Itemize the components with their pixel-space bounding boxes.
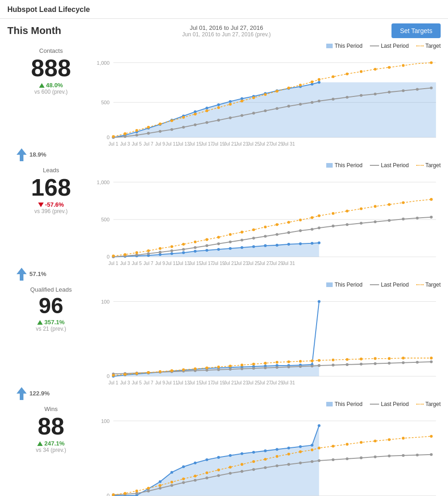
wins-value: 88 bbox=[7, 414, 95, 438]
svg-point-33 bbox=[194, 124, 197, 126]
svg-point-66 bbox=[264, 93, 267, 96]
svg-point-338 bbox=[124, 492, 126, 495]
svg-point-308 bbox=[311, 444, 313, 446]
svg-point-137 bbox=[182, 248, 185, 251]
contacts-up-icon bbox=[39, 83, 45, 88]
svg-point-267 bbox=[402, 357, 405, 360]
svg-point-316 bbox=[182, 481, 185, 484]
svg-point-335 bbox=[416, 454, 419, 457]
svg-point-238 bbox=[374, 362, 376, 365]
svg-point-70 bbox=[311, 80, 313, 83]
svg-point-38 bbox=[252, 112, 255, 114]
svg-text:0: 0 bbox=[107, 135, 109, 140]
svg-point-350 bbox=[264, 458, 267, 461]
svg-point-319 bbox=[217, 474, 220, 477]
svg-point-169 bbox=[346, 210, 348, 213]
svg-point-232 bbox=[299, 365, 302, 368]
svg-point-258 bbox=[287, 361, 290, 363]
svg-text:Jul 1: Jul 1 bbox=[108, 261, 119, 266]
contacts-label: Contacts bbox=[7, 47, 95, 54]
svg-point-150 bbox=[124, 253, 126, 256]
svg-point-225 bbox=[217, 368, 220, 371]
svg-point-34 bbox=[205, 121, 208, 124]
svg-text:0: 0 bbox=[107, 493, 109, 496]
svg-point-76 bbox=[388, 66, 391, 69]
svg-point-108 bbox=[170, 252, 173, 255]
svg-point-357 bbox=[346, 443, 348, 445]
svg-point-265 bbox=[374, 357, 376, 360]
svg-point-250 bbox=[194, 367, 197, 370]
legend-last-period-4: Last Period bbox=[370, 401, 409, 407]
qualified-leads-change: 357.1% bbox=[7, 319, 95, 326]
svg-point-296 bbox=[170, 471, 173, 473]
svg-point-59 bbox=[182, 116, 185, 119]
svg-point-330 bbox=[346, 457, 348, 460]
svg-point-47 bbox=[360, 94, 363, 97]
svg-point-152 bbox=[147, 249, 150, 252]
svg-point-115 bbox=[252, 245, 255, 248]
legend-last-period-2: Last Period bbox=[370, 162, 409, 169]
svg-point-302 bbox=[240, 452, 243, 455]
svg-point-53 bbox=[112, 135, 115, 138]
svg-point-51 bbox=[416, 88, 419, 90]
svg-point-156 bbox=[194, 241, 197, 243]
svg-text:Jul 31: Jul 31 bbox=[283, 380, 295, 385]
svg-point-16 bbox=[217, 103, 220, 106]
svg-point-227 bbox=[240, 367, 243, 370]
svg-point-58 bbox=[170, 119, 173, 122]
svg-point-25 bbox=[318, 81, 320, 84]
svg-text:Jul 7: Jul 7 bbox=[143, 141, 153, 147]
svg-text:Jul 19: Jul 19 bbox=[212, 141, 225, 147]
svg-point-167 bbox=[318, 214, 320, 217]
svg-point-119 bbox=[299, 242, 302, 245]
svg-point-125 bbox=[360, 222, 363, 225]
svg-point-336 bbox=[430, 453, 433, 456]
svg-point-69 bbox=[299, 84, 302, 86]
svg-point-333 bbox=[388, 455, 391, 457]
svg-point-153 bbox=[159, 247, 161, 250]
connector-pct-1: 18.9% bbox=[29, 151, 46, 158]
svg-point-236 bbox=[346, 363, 348, 366]
qualified-leads-label: Qualified Leads bbox=[7, 286, 95, 293]
svg-point-120 bbox=[311, 242, 313, 245]
svg-text:Jul 25: Jul 25 bbox=[247, 380, 260, 385]
down-arrow-icon-3 bbox=[17, 387, 27, 400]
svg-point-162 bbox=[264, 225, 267, 228]
set-targets-button[interactable]: Set Targets bbox=[391, 23, 441, 38]
svg-point-124 bbox=[346, 223, 348, 226]
svg-text:Jul 25: Jul 25 bbox=[247, 141, 260, 147]
svg-text:Jul 27: Jul 27 bbox=[259, 261, 272, 266]
legend-this-period-2: This Period bbox=[326, 162, 363, 169]
wins-change: 247.1% bbox=[7, 440, 95, 447]
svg-point-359 bbox=[374, 440, 376, 442]
svg-text:Jul 3: Jul 3 bbox=[120, 380, 130, 385]
svg-text:Jul 1: Jul 1 bbox=[108, 380, 119, 385]
svg-point-78 bbox=[430, 61, 433, 64]
svg-point-248 bbox=[170, 369, 173, 372]
svg-point-68 bbox=[287, 86, 290, 89]
svg-point-339 bbox=[136, 490, 138, 492]
svg-point-28 bbox=[136, 134, 138, 136]
svg-point-355 bbox=[318, 446, 320, 449]
page-title: Hubspot Lead Lifecycle bbox=[7, 6, 441, 14]
svg-point-77 bbox=[402, 64, 405, 67]
svg-point-168 bbox=[332, 212, 335, 215]
svg-point-334 bbox=[402, 454, 405, 457]
svg-point-171 bbox=[374, 205, 376, 208]
svg-text:Jul 21: Jul 21 bbox=[224, 261, 237, 266]
svg-point-329 bbox=[332, 458, 335, 461]
qualified-leads-prev: vs 21 (prev.) bbox=[7, 326, 95, 332]
svg-point-337 bbox=[112, 493, 115, 496]
svg-point-157 bbox=[205, 238, 208, 241]
svg-text:Jul 27: Jul 27 bbox=[259, 380, 272, 385]
svg-point-226 bbox=[229, 368, 232, 371]
svg-point-118 bbox=[287, 243, 290, 246]
svg-point-332 bbox=[374, 456, 376, 458]
leads-change: -57.6% bbox=[7, 201, 95, 208]
svg-point-35 bbox=[217, 119, 220, 122]
svg-point-136 bbox=[170, 249, 173, 252]
svg-point-45 bbox=[332, 98, 335, 101]
down-arrow-icon-2 bbox=[17, 268, 27, 281]
svg-point-262 bbox=[332, 359, 335, 361]
svg-text:Jul 5: Jul 5 bbox=[132, 141, 142, 147]
